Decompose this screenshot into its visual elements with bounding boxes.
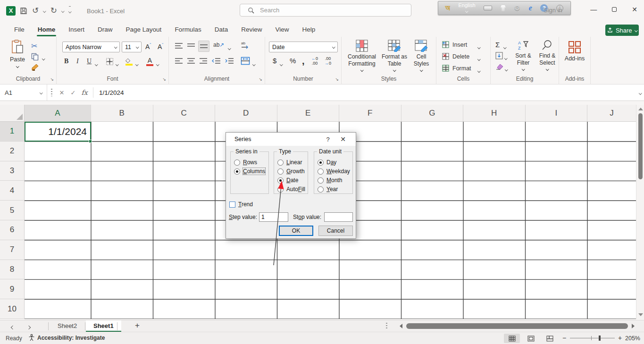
- accounting-format-icon[interactable]: $: [273, 57, 276, 65]
- decrease-decimal-icon[interactable]: .00→0: [325, 57, 331, 66]
- zoom-slider-thumb[interactable]: [599, 336, 601, 341]
- radio-growth[interactable]: Growth: [277, 167, 305, 176]
- align-center-icon[interactable]: [187, 58, 195, 64]
- column-header-g[interactable]: G: [401, 105, 464, 122]
- tab-review[interactable]: Review: [234, 23, 268, 37]
- excel-app-icon[interactable]: X: [6, 6, 16, 16]
- fill-color-icon[interactable]: ◇: [125, 57, 133, 66]
- column-header-j[interactable]: J: [587, 105, 636, 122]
- increase-decimal-icon[interactable]: ←0.00: [311, 57, 318, 66]
- increase-font-size-icon[interactable]: Aˆ: [145, 42, 151, 50]
- insert-dropdown-icon[interactable]: [478, 43, 480, 50]
- column-header-b[interactable]: B: [91, 105, 153, 122]
- language-selector[interactable]: English: [458, 3, 475, 13]
- italic-button[interactable]: I: [76, 58, 79, 65]
- delete-dropdown-icon[interactable]: [478, 55, 480, 62]
- column-header-a[interactable]: A: [25, 105, 91, 122]
- cut-icon[interactable]: ✂: [31, 42, 37, 50]
- middle-align-icon[interactable]: [187, 42, 195, 49]
- keyboard-icon[interactable]: [484, 6, 492, 10]
- avro-keyboard-icon[interactable]: অ: [445, 4, 450, 12]
- bottom-align-button[interactable]: [198, 41, 209, 52]
- tab-file[interactable]: File: [8, 23, 31, 37]
- sheet-tab-sheet1[interactable]: Sheet1: [86, 320, 121, 332]
- merge-center-icon[interactable]: [241, 57, 250, 65]
- percent-style-icon[interactable]: %: [290, 57, 296, 65]
- column-header-e[interactable]: E: [277, 105, 340, 122]
- delete-cells-button[interactable]: Delete: [442, 53, 469, 60]
- copy-icon[interactable]: [31, 53, 39, 60]
- search-input[interactable]: [260, 7, 392, 14]
- row-header-2[interactable]: 2: [0, 142, 25, 161]
- undo-icon[interactable]: ↺: [32, 6, 39, 16]
- find-select-button[interactable]: Find & Select: [536, 40, 559, 70]
- top-align-icon[interactable]: [175, 42, 183, 49]
- conditional-formatting-button[interactable]: Conditional Formatting: [344, 40, 379, 71]
- fill-dropdown-icon[interactable]: [505, 54, 507, 61]
- customize-qat-icon[interactable]: [69, 6, 71, 16]
- horizontal-scrollbar[interactable]: [398, 322, 635, 330]
- fill-color-dropdown-icon[interactable]: [136, 60, 138, 67]
- row-header-7[interactable]: 7: [0, 240, 25, 260]
- font-size-combo[interactable]: 11: [122, 42, 142, 52]
- tab-draw[interactable]: Draw: [91, 23, 119, 37]
- radio-day[interactable]: Day: [318, 158, 336, 167]
- tab-view[interactable]: View: [268, 23, 295, 37]
- autosum-icon[interactable]: Σ: [495, 41, 500, 49]
- search-box[interactable]: [240, 4, 411, 17]
- vertical-scroll-thumb[interactable]: [638, 113, 643, 179]
- clipboard-dialog-launcher-icon[interactable]: ↘: [50, 77, 54, 82]
- bold-button[interactable]: B: [64, 58, 68, 65]
- increase-indent-icon[interactable]: [225, 58, 234, 64]
- orientation-icon[interactable]: ab↗: [213, 42, 224, 48]
- formula-input[interactable]: 1/1/2024: [96, 89, 124, 96]
- paste-button[interactable]: Paste: [7, 40, 28, 67]
- browser-icon[interactable]: e: [529, 4, 532, 12]
- font-color-dropdown-icon[interactable]: [157, 60, 159, 67]
- decrease-font-size-icon[interactable]: Aˇ: [158, 42, 163, 50]
- borders-dropdown-icon[interactable]: [116, 60, 118, 67]
- font-dialog-launcher-icon[interactable]: ↘: [162, 77, 166, 82]
- font-name-combo[interactable]: Aptos Narrow: [62, 42, 120, 52]
- trend-checkbox[interactable]: Trend: [229, 200, 253, 209]
- row-header-1[interactable]: 1: [0, 122, 25, 142]
- wrap-text-icon[interactable]: ab: [241, 41, 250, 50]
- comma-style-icon[interactable]: ,: [302, 56, 305, 67]
- alignment-dialog-launcher-icon[interactable]: ↘: [259, 77, 262, 82]
- share-button[interactable]: Share: [605, 25, 639, 36]
- tab-insert[interactable]: Insert: [62, 23, 91, 37]
- cancel-button[interactable]: Cancel: [318, 226, 353, 236]
- tab-page-layout[interactable]: Page Layout: [119, 23, 168, 37]
- accounting-dropdown-icon[interactable]: [280, 60, 283, 67]
- horizontal-scroll-thumb[interactable]: [406, 323, 628, 329]
- format-dropdown-icon[interactable]: [478, 67, 480, 74]
- autosum-dropdown-icon[interactable]: [504, 43, 506, 50]
- radio-rows[interactable]: Rows: [234, 158, 257, 167]
- normal-view-button[interactable]: [504, 334, 520, 343]
- zoom-in-button[interactable]: +: [618, 334, 622, 342]
- series-dialog-titlebar[interactable]: Series ? ✕: [226, 133, 356, 146]
- paste-dropdown-icon[interactable]: [16, 65, 19, 67]
- dialog-help-icon[interactable]: ?: [321, 136, 335, 143]
- align-left-icon[interactable]: [175, 58, 183, 64]
- ime-tool-icon[interactable]: [501, 5, 506, 11]
- scroll-right-icon[interactable]: [632, 324, 635, 328]
- maximize-button[interactable]: [612, 7, 617, 12]
- format-as-table-button[interactable]: Format as Table: [380, 40, 409, 71]
- tab-help[interactable]: Help: [295, 23, 322, 37]
- row-header-9[interactable]: 9: [0, 279, 25, 299]
- scroll-up-icon[interactable]: [638, 108, 643, 110]
- redo-dropdown-icon[interactable]: [62, 7, 64, 15]
- underline-button[interactable]: U: [87, 58, 92, 65]
- formula-bar-resize-handle[interactable]: [51, 89, 52, 96]
- sign-in-label[interactable]: Sign in: [544, 7, 562, 14]
- tab-home[interactable]: Home: [31, 23, 62, 37]
- page-break-view-button[interactable]: [542, 334, 558, 343]
- column-header-i[interactable]: I: [526, 105, 588, 122]
- row-header-8[interactable]: 8: [0, 260, 25, 280]
- name-box[interactable]: A1: [0, 84, 47, 101]
- column-header-d[interactable]: D: [215, 105, 277, 122]
- column-header-h[interactable]: H: [463, 105, 526, 122]
- copy-dropdown-icon[interactable]: [42, 55, 45, 61]
- fill-icon[interactable]: [495, 52, 503, 59]
